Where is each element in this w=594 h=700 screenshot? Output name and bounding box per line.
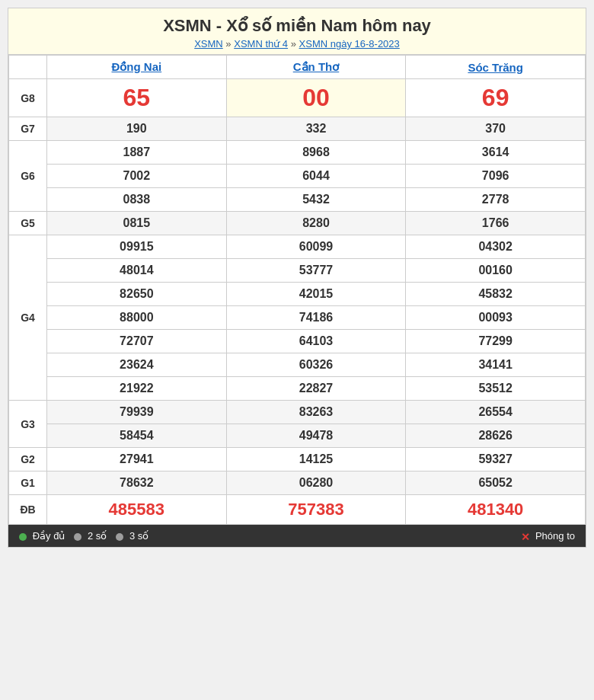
g8-cantho: 00 (226, 79, 406, 117)
table-row: G3 79939 83263 26554 (9, 401, 586, 424)
g8-dongnai: 65 (47, 79, 227, 117)
dot-full-icon (19, 533, 27, 541)
cell-col3: 77299 (406, 330, 586, 353)
cell-col2: 22827 (226, 377, 406, 401)
main-container: XSMN - Xổ số miền Nam hôm nay XSMN » XSM… (8, 8, 586, 548)
table-row: 7002 6044 7096 (9, 165, 586, 188)
dongnai-link[interactable]: Đồng Nai (111, 60, 161, 73)
cell-col3: 7096 (406, 165, 586, 188)
table-row: 82650 42015 45832 (9, 283, 586, 306)
table-row: 72707 64103 77299 (9, 330, 586, 353)
legend-full: Đầy đủ (19, 530, 65, 542)
cell-col2: 60099 (226, 235, 406, 259)
cell-col1: 78632 (47, 471, 227, 495)
cell-col2: 42015 (226, 283, 406, 306)
legend-3so: 3 số (116, 530, 148, 542)
row-label: G8 (9, 79, 47, 117)
cell-col2: 6044 (226, 165, 406, 188)
cell-col1: 0838 (47, 188, 227, 212)
g8-soctrang: 69 (406, 79, 586, 117)
col-header-dongnai: Đồng Nai (47, 56, 227, 79)
table-row: 0838 5432 2778 (9, 188, 586, 212)
cell-col2: 5432 (226, 188, 406, 212)
row-label: G5 (9, 212, 47, 235)
page-header: XSMN - Xổ số miền Nam hôm nay XSMN » XSM… (8, 8, 586, 55)
page-title: XSMN - Xổ số miền Nam hôm nay (12, 16, 582, 36)
db-col2: 757383 (226, 495, 406, 525)
table-row: 48014 53777 00160 (9, 259, 586, 283)
cell-col3: 04302 (406, 235, 586, 259)
cell-col3: 2778 (406, 188, 586, 212)
cell-col1: 58454 (47, 424, 227, 448)
row-label: G1 (9, 471, 47, 495)
cell-col3: 00093 (406, 306, 586, 330)
legend-full-label: Đầy đủ (33, 530, 65, 542)
col-header-cantho: Cần Thơ (226, 56, 406, 79)
cell-col3: 53512 (406, 377, 586, 401)
breadcrumb-link-1[interactable]: XSMN (194, 38, 223, 50)
breadcrumb: XSMN » XSMN thứ 4 » XSMN ngày 16-8-2023 (12, 38, 582, 50)
cell-col2: 53777 (226, 259, 406, 283)
col-header-label (9, 56, 47, 79)
table-row: 58454 49478 28626 (9, 424, 586, 448)
table-row: G6 1887 8968 3614 (9, 141, 586, 165)
table-row: G1 78632 06280 65052 (9, 471, 586, 495)
cell-col1: 27941 (47, 448, 227, 471)
breadcrumb-sep-1: » (225, 38, 231, 50)
cell-col3: 370 (406, 117, 586, 141)
dot-2so-icon (74, 533, 81, 541)
expand-icon: ✕ (521, 531, 532, 542)
breadcrumb-link-3[interactable]: XSMN ngày 16-8-2023 (299, 38, 400, 50)
cell-col1: 7002 (47, 165, 227, 188)
legend-2so-label: 2 số (88, 530, 107, 542)
table-row: G8 65 00 69 (9, 79, 586, 117)
cell-col2: 49478 (226, 424, 406, 448)
legend-3so-label: 3 số (129, 530, 148, 542)
cell-col1: 88000 (47, 306, 227, 330)
cell-col1: 82650 (47, 283, 227, 306)
cell-col3: 34141 (406, 353, 586, 377)
cell-col2: 8280 (226, 212, 406, 235)
soctrang-link[interactable]: Sóc Trăng (468, 61, 523, 74)
cantho-link[interactable]: Cần Thơ (293, 60, 340, 73)
cell-col1: 79939 (47, 401, 227, 424)
table-row: G5 0815 8280 1766 (9, 212, 586, 235)
expand-label: Phóng to (535, 530, 575, 542)
cell-col1: 21922 (47, 377, 227, 401)
footer-expand[interactable]: ✕ Phóng to (521, 530, 575, 542)
cell-col3: 1766 (406, 212, 586, 235)
breadcrumb-link-2[interactable]: XSMN thứ 4 (234, 38, 288, 50)
row-label: G4 (9, 235, 47, 401)
cell-col2: 74186 (226, 306, 406, 330)
table-row: G4 09915 60099 04302 (9, 235, 586, 259)
row-label: G2 (9, 448, 47, 471)
breadcrumb-sep-2: » (291, 38, 296, 50)
lottery-table: Đồng Nai Cần Thơ Sóc Trăng G8 65 00 69 G… (8, 55, 586, 525)
cell-col1: 09915 (47, 235, 227, 259)
cell-col2: 06280 (226, 471, 406, 495)
cell-col1: 1887 (47, 141, 227, 165)
col-header-soctrang: Sóc Trăng (406, 56, 586, 79)
cell-col2: 332 (226, 117, 406, 141)
dot-3so-icon (116, 533, 123, 541)
db-col3: 481340 (406, 495, 586, 525)
db-col1: 485583 (47, 495, 227, 525)
cell-col2: 83263 (226, 401, 406, 424)
table-row: 88000 74186 00093 (9, 306, 586, 330)
cell-col1: 190 (47, 117, 227, 141)
cell-col3: 65052 (406, 471, 586, 495)
footer-legend: Đầy đủ 2 số 3 số (19, 530, 148, 542)
cell-col3: 59327 (406, 448, 586, 471)
table-row: 23624 60326 34141 (9, 353, 586, 377)
cell-col2: 60326 (226, 353, 406, 377)
cell-col3: 45832 (406, 283, 586, 306)
row-label: G6 (9, 141, 47, 212)
cell-col3: 00160 (406, 259, 586, 283)
cell-col2: 14125 (226, 448, 406, 471)
page-footer: Đầy đủ 2 số 3 số ✕ Phóng to (8, 525, 586, 547)
row-label: G3 (9, 401, 47, 448)
cell-col3: 26554 (406, 401, 586, 424)
legend-2so: 2 số (74, 530, 107, 542)
table-row-db: ĐB 485583 757383 481340 (9, 495, 586, 525)
cell-col1: 72707 (47, 330, 227, 353)
